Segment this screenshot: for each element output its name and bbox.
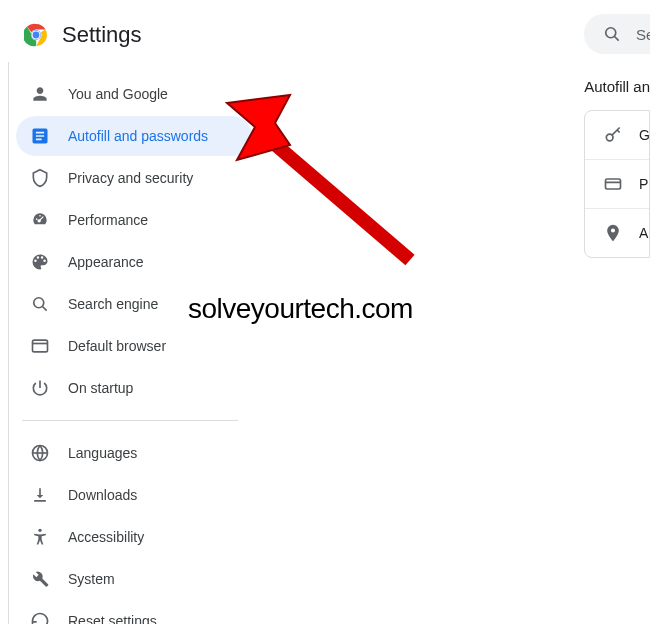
sidebar-item-label: Accessibility [68,529,144,545]
svg-line-4 [43,307,47,311]
sidebar-item-on-startup[interactable]: On startup [16,368,252,408]
search-bar[interactable]: Sea [584,14,650,54]
sidebar-item-autofill[interactable]: Autofill and passwords [16,116,252,156]
search-placeholder: Sea [636,26,650,43]
card-row-label: P [639,176,648,192]
watermark-text: solveyourtech.com [188,293,413,325]
sidebar-item-label: Performance [68,212,148,228]
reset-icon [30,611,50,624]
autofill-icon [30,126,50,146]
globe-icon [30,443,50,463]
palette-icon [30,252,50,272]
sidebar-item-label: Appearance [68,254,144,270]
card-row-password-manager[interactable]: G [585,111,649,160]
svg-point-9 [38,529,41,532]
svg-point-12 [606,134,613,141]
card-row-label: G [639,127,650,143]
svg-rect-5 [33,340,48,352]
sidebar-item-label: System [68,571,115,587]
svg-line-11 [615,37,619,41]
person-icon [30,84,50,104]
accessibility-icon [30,527,50,547]
card-row-addresses[interactable]: A [585,209,649,257]
sidebar-item-appearance[interactable]: Appearance [16,242,252,282]
sidebar-item-privacy[interactable]: Privacy and security [16,158,252,198]
speed-icon [30,210,50,230]
sidebar-divider-line [8,62,9,624]
sidebar-item-accessibility[interactable]: Accessibility [16,517,252,557]
sidebar-item-label: Autofill and passwords [68,128,208,144]
chrome-logo-icon [24,23,48,47]
sidebar-item-you-and-google[interactable]: You and Google [16,74,252,114]
header: Settings [0,18,260,72]
pin-icon [603,223,623,243]
sidebar-item-label: Languages [68,445,137,461]
svg-point-10 [606,28,616,38]
search-icon [30,294,50,314]
svg-point-2 [32,31,40,39]
card-row-payment-methods[interactable]: P [585,160,649,209]
nav-group-1: You and Google Autofill and passwords Pr… [0,74,260,408]
page-title: Settings [62,22,142,48]
wrench-icon [30,569,50,589]
search-icon [602,24,622,44]
shield-icon [30,168,50,188]
key-icon [603,125,623,145]
sidebar-item-label: Default browser [68,338,166,354]
card-icon [603,174,623,194]
nav-group-2: Languages Downloads Accessibility System… [0,433,260,624]
settings-card: G P A [584,110,650,258]
sidebar-item-label: On startup [68,380,133,396]
download-icon [30,485,50,505]
svg-point-3 [34,298,44,308]
sidebar-item-system[interactable]: System [16,559,252,599]
sidebar-item-downloads[interactable]: Downloads [16,475,252,515]
sidebar-item-label: Reset settings [68,613,157,624]
sidebar-item-performance[interactable]: Performance [16,200,252,240]
browser-icon [30,336,50,356]
svg-rect-13 [606,179,621,189]
divider [22,420,238,421]
sidebar-item-default-browser[interactable]: Default browser [16,326,252,366]
sidebar-item-label: You and Google [68,86,168,102]
sidebar-item-languages[interactable]: Languages [16,433,252,473]
sidebar-item-label: Downloads [68,487,137,503]
card-row-label: A [639,225,648,241]
sidebar-item-label: Privacy and security [68,170,193,186]
sidebar-item-label: Search engine [68,296,158,312]
section-title: Autofill an [584,78,650,95]
power-icon [30,378,50,398]
sidebar-item-reset-settings[interactable]: Reset settings [16,601,252,624]
